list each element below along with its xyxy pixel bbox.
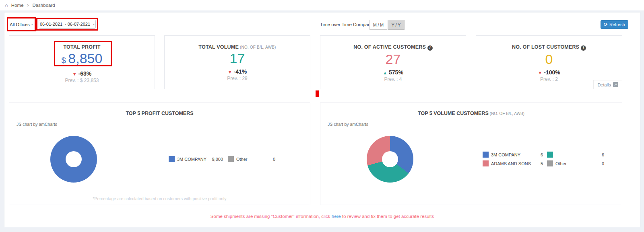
kpi-card-active-customers: NO. OF ACTIVE CUSTOMERS i 27 ▲575% Prev.… <box>320 35 466 89</box>
chart-title-text: TOP 5 VOLUME CUSTOMERS <box>418 111 489 116</box>
kpi-change-value: 575% <box>389 69 403 76</box>
info-icon[interactable]: i <box>581 45 586 51</box>
chart-title-suffix: (NO. OF B/L, AWB) <box>489 111 524 116</box>
legend-marker <box>483 160 489 166</box>
legend-marker <box>228 156 234 162</box>
kpi-change-value: -100% <box>544 69 560 76</box>
amcharts-credit[interactable]: JS chart by amCharts <box>328 122 368 127</box>
legend-label: 3M COMPANY <box>177 157 206 162</box>
mm-toggle-button[interactable]: M / M <box>369 20 387 30</box>
chart-title: TOP 5 PROFIT CUSTOMERS <box>9 111 310 116</box>
legend-label: Other <box>555 161 567 166</box>
home-icon: ⌂ <box>5 2 8 8</box>
office-select[interactable]: All Offices ▾ <box>8 18 35 30</box>
kpi-value-number: 8,850 <box>68 51 102 66</box>
legend-item[interactable]: ADAMS AND SONS 5 <box>483 160 543 166</box>
trend-down-icon: ▼ <box>228 70 232 74</box>
kpi-title: NO. OF LOST CUSTOMERS i <box>476 44 622 51</box>
legend-label: 3M COMPANY <box>491 152 520 157</box>
legend-value: 9,000 <box>212 157 223 162</box>
legend-value: 0 <box>273 157 275 162</box>
legend-marker <box>483 152 489 158</box>
profit-chart-card: TOP 5 PROFIT CUSTOMERS JS chart by amCha… <box>9 103 310 205</box>
volume-donut-chart[interactable] <box>367 136 413 183</box>
date-range-wrapper: 06-01-2021 ~ 06-07-2021 ▾ <box>36 18 98 31</box>
kpi-previous: Prev. : 4 <box>320 76 466 82</box>
kpi-title-text: NO. OF ACTIVE CUSTOMERS <box>353 44 426 50</box>
breadcrumb: ⌂ Home > Dashboard <box>5 2 55 8</box>
kpi-change: ▼-63% <box>9 70 155 77</box>
legend-label: ADAMS AND SONS <box>491 161 531 166</box>
legend-value: 6 <box>602 152 604 157</box>
refresh-button[interactable]: ⟳ Refresh <box>601 20 628 29</box>
legend-label: Other <box>236 157 248 162</box>
warning-here-link[interactable]: here <box>332 214 341 219</box>
external-link-icon: ↗ <box>613 82 618 87</box>
legend-item[interactable]: 3M COMPANY 6 <box>483 152 543 158</box>
date-range-value: 06-01-2021 ~ 06-07-2021 <box>40 22 90 27</box>
kpi-title-text: NO. OF LOST CUSTOMERS <box>512 44 579 50</box>
breadcrumb-home[interactable]: Home <box>11 3 24 8</box>
info-icon[interactable]: i <box>427 45 433 51</box>
kpi-change: ▲575% <box>320 69 466 76</box>
legend-marker <box>169 156 175 162</box>
volume-chart-card: TOP 5 VOLUME CUSTOMERS (NO. OF B/L, AWB)… <box>320 103 622 205</box>
yy-toggle-button[interactable]: Y / Y <box>388 20 405 30</box>
chart-footnote: *Percentage are calculated based on cust… <box>9 196 310 201</box>
details-label: Details <box>597 82 611 87</box>
refresh-icon: ⟳ <box>604 22 608 27</box>
kpi-value: 27 <box>320 51 466 67</box>
legend-value: 0 <box>602 161 604 166</box>
kpi-previous: Prev. : $ 23,853 <box>9 78 155 83</box>
missing-customer-warning: Some shipments are missing "Customer" in… <box>4 214 640 219</box>
kpi-title-text: TOTAL VOLUME <box>198 44 239 50</box>
kpi-value: 0 <box>476 51 622 67</box>
kpi-previous: Prev. : 29 <box>165 76 310 81</box>
volume-chart-legend: 3M COMPANY 6 6 ADAMS AND SONS 5 Other 0 <box>483 152 604 166</box>
kpi-card-total-volume: TOTAL VOLUME (NO. OF B/L, AWB) 17 ▼-41% … <box>164 35 310 89</box>
profit-chart-legend: 3M COMPANY 9,000 Other 0 <box>169 156 275 162</box>
kpi-change-value: -41% <box>234 68 247 75</box>
amcharts-credit[interactable]: JS chart by amCharts <box>17 122 57 127</box>
kpi-title: NO. OF ACTIVE CUSTOMERS i <box>320 44 466 51</box>
breadcrumb-bar: ⌂ Home > Dashboard <box>0 0 644 10</box>
kpi-change-value: -63% <box>78 70 92 77</box>
refresh-label: Refresh <box>609 22 625 27</box>
kpi-title: TOTAL VOLUME (NO. OF B/L, AWB) <box>165 44 310 50</box>
currency-symbol: $ <box>62 56 68 65</box>
chevron-down-icon: ▾ <box>31 23 33 26</box>
kpi-change: ▼-100% <box>476 69 622 76</box>
kpi-card-total-profit: TOTAL PROFIT $ 8,850 ▼-63% Prev. : $ 23,… <box>9 35 155 89</box>
legend-item[interactable]: Other 0 <box>228 156 275 162</box>
office-select-value: All Offices <box>10 22 29 27</box>
kpi-value: 17 <box>165 51 310 66</box>
warning-text-post: to review and fix them to get accurate r… <box>341 214 434 219</box>
kpi-change: ▼-41% <box>165 68 310 75</box>
trend-down-icon: ▼ <box>538 70 542 75</box>
dashboard-page: ⌂ Home > Dashboard All Offices ▾ 06-01-2… <box>0 0 644 232</box>
trend-down-icon: ▼ <box>72 72 77 76</box>
profit-donut-chart[interactable] <box>50 136 97 183</box>
kpi-value: $ 8,850 <box>9 51 155 68</box>
legend-item[interactable]: 6 <box>547 152 604 158</box>
breadcrumb-current: Dashboard <box>32 3 55 8</box>
chevron-down-icon: ▾ <box>93 23 95 26</box>
breadcrumb-separator-icon: > <box>27 3 29 8</box>
legend-item[interactable]: Other 0 <box>547 160 604 166</box>
trend-up-icon: ▲ <box>383 70 387 75</box>
kpi-title: TOTAL PROFIT <box>9 44 155 50</box>
date-range-select[interactable]: 06-01-2021 ~ 06-07-2021 ▾ <box>39 20 96 29</box>
warning-text-pre: Some shipments are missing "Customer" in… <box>211 214 332 219</box>
legend-item[interactable]: 3M COMPANY 9,000 <box>169 156 223 162</box>
red-marker <box>316 90 319 97</box>
legend-marker <box>547 160 553 166</box>
legend-value: 5 <box>541 161 543 166</box>
details-button[interactable]: Details ↗ <box>593 80 622 89</box>
kpi-card-lost-customers: NO. OF LOST CUSTOMERS i 0 ▼-100% Prev. :… <box>476 35 622 89</box>
legend-value: 6 <box>541 152 543 157</box>
legend-marker <box>547 152 553 158</box>
chart-title: TOP 5 VOLUME CUSTOMERS (NO. OF B/L, AWB) <box>320 111 622 116</box>
kpi-title-suffix: (NO. OF B/L, AWB) <box>239 45 276 49</box>
